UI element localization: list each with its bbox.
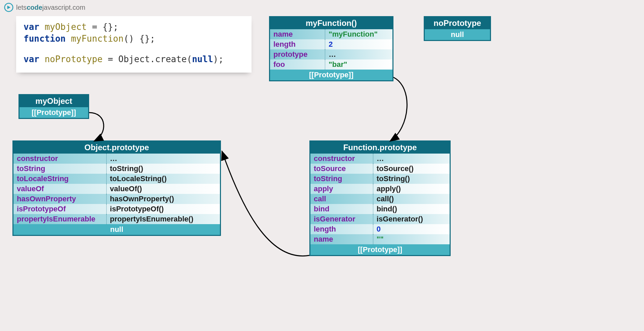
property-row: callcall() — [310, 194, 450, 204]
property-value: isPrototypeOf() — [106, 204, 220, 214]
property-key: bind — [310, 204, 373, 214]
property-value: 2 — [325, 39, 392, 49]
property-value: "" — [373, 234, 450, 244]
property-row: name"myFunction" — [270, 29, 392, 39]
property-value: 0 — [373, 224, 450, 234]
property-value: propertyIsEnumerable() — [106, 214, 220, 224]
property-key: prototype — [270, 49, 325, 59]
property-row: foo"bar" — [270, 59, 392, 70]
box-properties: constructor…toStringtoString()toLocaleSt… — [13, 154, 220, 224]
property-row: hasOwnPropertyhasOwnProperty() — [13, 194, 220, 204]
property-key: foo — [270, 59, 325, 70]
box-title: myObject — [20, 95, 88, 107]
property-row: toStringtoString() — [13, 164, 220, 174]
property-row: toStringtoString() — [310, 174, 450, 184]
property-key: name — [310, 234, 373, 244]
property-key: constructor — [310, 154, 373, 164]
property-value: toString() — [106, 164, 220, 174]
property-key: valueOf — [13, 184, 106, 194]
property-value: hasOwnProperty() — [106, 194, 220, 204]
box-title: noPrototype — [425, 17, 490, 29]
box-proto-label: [[Prototype]] — [310, 244, 450, 255]
property-key: isGenerator — [310, 214, 373, 224]
property-row: length0 — [310, 224, 450, 234]
property-row: length2 — [270, 39, 392, 49]
logo-text: letscodejavascript.com — [16, 4, 85, 11]
property-key: isPrototypeOf — [13, 204, 106, 214]
box-title: Function.prototype — [310, 141, 450, 154]
code-line-1: var myObject = {}; — [24, 21, 244, 33]
property-key: toSource — [310, 164, 373, 174]
property-key: apply — [310, 184, 373, 194]
box-noprototype: noPrototype null — [424, 16, 491, 41]
property-value: "myFunction" — [325, 29, 392, 39]
logo-icon — [4, 3, 13, 12]
property-key: call — [310, 194, 373, 204]
property-value: bind() — [373, 204, 450, 214]
property-row: isGeneratorisGenerator() — [310, 214, 450, 224]
property-row: toSourcetoSource() — [310, 164, 450, 174]
box-footer-null: null — [13, 224, 220, 235]
property-row: propertyIsEnumerablepropertyIsEnumerable… — [13, 214, 220, 224]
property-key: hasOwnProperty — [13, 194, 106, 204]
box-myobject: myObject [[Prototype]] — [18, 94, 89, 119]
property-row: name"" — [310, 234, 450, 244]
property-row: valueOfvalueOf() — [13, 184, 220, 194]
box-footer-null: null — [425, 29, 490, 40]
property-value: toSource() — [373, 164, 450, 174]
code-snippet: var myObject = {}; function myFunction()… — [16, 16, 252, 73]
box-properties: constructor…toSourcetoSource()toStringto… — [310, 154, 450, 244]
property-value: … — [373, 154, 450, 164]
property-row: constructor… — [310, 154, 450, 164]
property-value: isGenerator() — [373, 214, 450, 224]
property-key: name — [270, 29, 325, 39]
property-value: toString() — [373, 174, 450, 184]
code-line-2: function myFunction() {}; — [24, 33, 244, 45]
property-value: … — [106, 154, 220, 164]
property-key: toString — [310, 174, 373, 184]
property-row: bindbind() — [310, 204, 450, 214]
box-properties: name"myFunction"length2prototype…foo"bar… — [270, 29, 392, 70]
property-value: toLocaleString() — [106, 174, 220, 184]
property-row: constructor… — [13, 154, 220, 164]
property-row: prototype… — [270, 49, 392, 59]
property-value: call() — [373, 194, 450, 204]
box-object-prototype: Object.prototype constructor…toStringtoS… — [12, 140, 221, 236]
property-key: length — [310, 224, 373, 234]
property-row: toLocaleStringtoLocaleString() — [13, 174, 220, 184]
box-myfunction: myFunction() name"myFunction"length2prot… — [269, 16, 393, 81]
code-line-3: var noPrototype = Object.create(null); — [24, 53, 244, 65]
box-proto-label: [[Prototype]] — [270, 70, 392, 80]
property-key: toString — [13, 164, 106, 174]
box-title: myFunction() — [270, 17, 392, 29]
box-title: Object.prototype — [13, 141, 220, 154]
property-row: isPrototypeOfisPrototypeOf() — [13, 204, 220, 214]
property-value: valueOf() — [106, 184, 220, 194]
property-key: propertyIsEnumerable — [13, 214, 106, 224]
property-value: … — [325, 49, 392, 59]
box-proto-label: [[Prototype]] — [20, 107, 88, 118]
property-key: constructor — [13, 154, 106, 164]
property-key: length — [270, 39, 325, 49]
property-value: "bar" — [325, 59, 392, 70]
site-logo: letscodejavascript.com — [4, 3, 85, 12]
property-key: toLocaleString — [13, 174, 106, 184]
property-value: apply() — [373, 184, 450, 194]
box-function-prototype: Function.prototype constructor…toSourcet… — [309, 140, 451, 256]
property-row: applyapply() — [310, 184, 450, 194]
